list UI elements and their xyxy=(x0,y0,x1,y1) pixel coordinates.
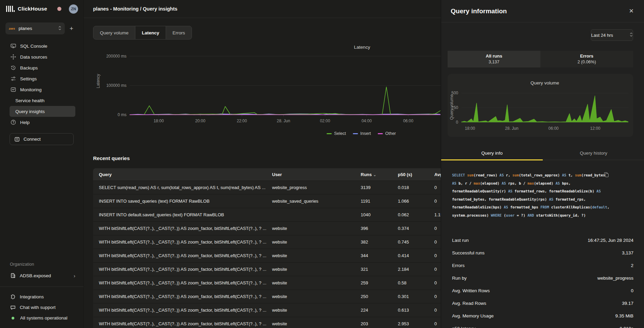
summary-tabs: All runs 3,137 Errors 2 (0.06%) xyxy=(448,51,633,67)
stat-row: Errors2 xyxy=(452,259,633,272)
sidebar-item-backups[interactable]: Backups xyxy=(0,62,84,73)
table-row[interactable]: SELECT sum(read_rows) AS r, sum(total_ro… xyxy=(93,181,441,194)
sidebar-item-chat-support[interactable]: Chat with support xyxy=(0,302,84,313)
svg-text:22:00: 22:00 xyxy=(237,119,247,123)
summary-tab-errors[interactable]: Errors 2 (0.06%) xyxy=(540,51,633,67)
stat-label: Errors xyxy=(452,263,465,268)
runs-cell: 1040 xyxy=(361,212,398,217)
sidebar-item-query-insights[interactable]: Query insights xyxy=(10,106,75,117)
table-row[interactable]: WITH bitShiftLeft(CAST(?..), _CAST(?..))… xyxy=(93,317,441,328)
copy-icon[interactable] xyxy=(604,172,609,177)
latency-chart: 0 ms100000 ms200000 ms18:0020:0022:0028.… xyxy=(84,34,441,133)
svg-text:06:00: 06:00 xyxy=(403,119,413,123)
sql-code-block: SELECT sum(read_rows) AS r, sum(total_ro… xyxy=(452,171,633,219)
table-row[interactable]: WITH bitShiftLeft(CAST(?..), _CAST(?..))… xyxy=(93,276,441,290)
stat-row: Last run16:47:25, Jun 28 2024 xyxy=(452,234,633,247)
p50-cell: 0.018 xyxy=(398,185,434,190)
table-row[interactable]: WITH bitShiftLeft(CAST(?..), _CAST(?..))… xyxy=(93,262,441,276)
query-information-panel: Query information ✕ Last 24 hrs All runs… xyxy=(441,0,644,328)
sql-token: formatted_rows, formatReadableSize(b) xyxy=(514,189,596,193)
user-cell: website xyxy=(272,267,361,272)
puzzle-icon xyxy=(10,294,16,300)
table-row[interactable]: WITH bitShiftLeft(CAST(?..), _CAST(?..))… xyxy=(93,221,441,235)
brand-row: ClickHouse ZN xyxy=(0,0,84,18)
table-row[interactable]: INSERT INTO default.saved_queries (text)… xyxy=(93,208,441,221)
sidebar-item-label: Monitoring xyxy=(20,87,42,92)
user-cell: website_saved_queries xyxy=(272,199,361,204)
avg-cell: 0 xyxy=(434,308,441,313)
sidebar-item-monitoring[interactable]: Monitoring xyxy=(0,84,84,95)
service-select[interactable]: aws planes xyxy=(5,22,65,34)
summary-tab-all-runs[interactable]: All runs 3,137 xyxy=(448,51,540,67)
legend-item-insert[interactable]: Insert xyxy=(353,131,371,136)
column-header-query[interactable]: Query xyxy=(99,172,272,177)
recent-queries-table: Query User Runs⌄ p50 (s) Avg. SELECT sum… xyxy=(93,168,441,328)
table-row[interactable]: WITH bitShiftLeft(CAST(?..), _CAST(?..))… xyxy=(93,235,441,249)
svg-text:Latency: Latency xyxy=(96,74,101,88)
legend-label: Other xyxy=(385,131,396,136)
user-cell: website xyxy=(272,280,361,285)
avg-cell: 0 xyxy=(434,185,441,190)
tab-query-history[interactable]: Query history xyxy=(543,147,644,160)
add-service-button[interactable]: + xyxy=(70,25,73,32)
organization-label: Organization xyxy=(10,262,84,267)
connect-label: Connect xyxy=(24,137,41,142)
runs-cell: 3139 xyxy=(361,185,398,190)
sql-token: SELECT xyxy=(452,173,467,177)
sql-token: t, xyxy=(568,173,575,177)
column-header-user[interactable]: User xyxy=(272,172,361,177)
sidebar-item-service-health[interactable]: Service health xyxy=(0,95,84,106)
time-range-select[interactable]: Last 24 hrs xyxy=(591,29,633,41)
service-name: planes xyxy=(19,26,32,31)
brand-name: ClickHouse xyxy=(18,6,47,12)
svg-text:20:00: 20:00 xyxy=(195,119,205,123)
query-cell: WITH bitShiftLeft(CAST(?..), _CAST(?..))… xyxy=(99,321,272,326)
table-header: Query User Runs⌄ p50 (s) Avg. xyxy=(93,168,441,181)
table-row[interactable]: WITH bitShiftLeft(CAST(?..), _CAST(?..))… xyxy=(93,249,441,262)
sidebar-item-sql-console[interactable]: SQL Console xyxy=(0,41,84,51)
sort-caret-icon: ⌄ xyxy=(373,173,376,177)
tab-query-info[interactable]: Query info xyxy=(441,147,543,160)
avatar[interactable]: ZN xyxy=(69,4,78,14)
stat-value: 0.018s xyxy=(619,326,633,328)
user-cell: website xyxy=(272,253,361,258)
runs-cell: 396 xyxy=(361,226,398,231)
legend-item-other[interactable]: Other xyxy=(378,131,396,136)
sql-token: (elapsed) xyxy=(534,181,555,185)
legend-item-select[interactable]: Select xyxy=(327,131,346,136)
latency-chart-svg: 0 ms100000 ms200000 ms18:0020:0022:0028.… xyxy=(84,34,441,133)
sidebar-item-label: Service health xyxy=(15,98,45,103)
panel-tabs: Query info Query history xyxy=(441,147,644,160)
column-header-avg[interactable]: Avg. xyxy=(434,172,441,177)
query-cell: SELECT sum(read_rows) AS r, sum(total_ro… xyxy=(99,185,272,190)
runs-cell: 344 xyxy=(361,253,398,258)
column-header-p50[interactable]: p50 (s) xyxy=(398,172,434,177)
organization-switcher[interactable]: ADSB.exposed › xyxy=(0,270,84,281)
sidebar-item-settings[interactable]: Settings xyxy=(0,73,84,84)
app: ClickHouse ZN aws planes + SQL Console D… xyxy=(0,0,644,328)
svg-text:02:00: 02:00 xyxy=(320,119,330,123)
sidebar-item-help[interactable]: Help xyxy=(0,117,84,128)
p50-cell: 1.066 xyxy=(398,199,434,204)
sidebar-item-data-sources[interactable]: Data sources xyxy=(0,51,84,62)
stat-label: Successful runs xyxy=(452,250,484,255)
notification-dot-icon[interactable] xyxy=(57,7,61,11)
system-status[interactable]: All systems operational xyxy=(0,313,84,323)
summary-tab-label: Errors xyxy=(540,53,633,59)
table-row[interactable]: WITH bitShiftLeft(CAST(?..), _CAST(?..))… xyxy=(93,290,441,303)
svg-text:0: 0 xyxy=(456,120,458,125)
table-row[interactable]: WITH bitShiftLeft(CAST(?..), _CAST(?..))… xyxy=(93,303,441,317)
monitoring-chart-icon xyxy=(10,87,16,93)
sql-token: user xyxy=(506,213,514,217)
table-row[interactable]: INSERT INTO saved_queries (text) FORMAT … xyxy=(93,194,441,208)
connect-button[interactable]: Connect xyxy=(10,133,74,145)
query-cell: WITH bitShiftLeft(CAST(?..), _CAST(?..))… xyxy=(99,280,272,285)
stat-row: Run bywebsite_progress xyxy=(452,272,633,284)
panel-header: Query information ✕ xyxy=(441,0,644,22)
p50-cell: 2.184 xyxy=(398,267,434,272)
sidebar-item-label: Query insights xyxy=(15,109,45,114)
column-header-runs[interactable]: Runs⌄ xyxy=(361,172,398,177)
sidebar-item-integrations[interactable]: Integrations xyxy=(0,292,84,302)
close-icon[interactable]: ✕ xyxy=(629,7,634,15)
sql-token: AS xyxy=(562,173,568,177)
